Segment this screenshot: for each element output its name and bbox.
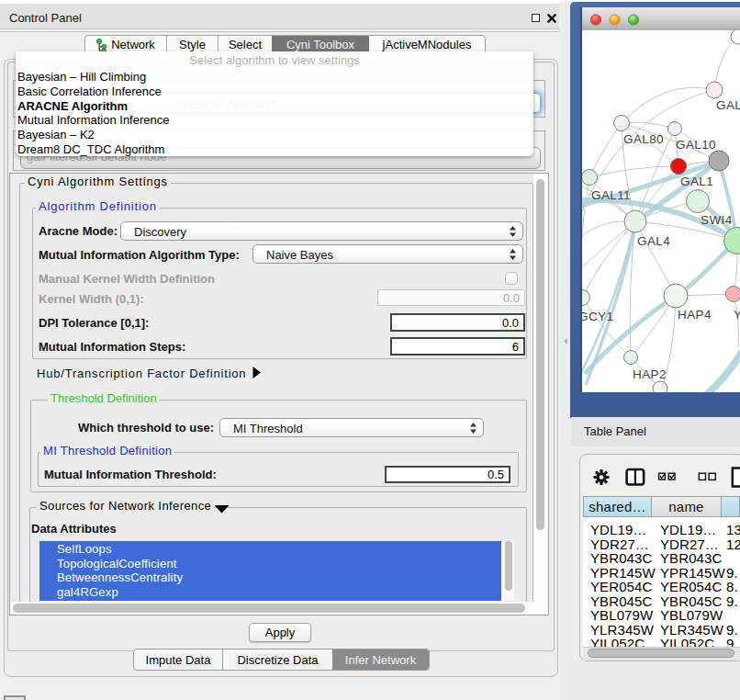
svg-text:GAL11: GAL11 [591, 188, 631, 202]
svg-text:SWI4: SWI4 [701, 213, 733, 227]
svg-text:GAL4: GAL4 [637, 234, 670, 248]
svg-text:HAP2: HAP2 [633, 367, 667, 381]
svg-text:GAL1: GAL1 [680, 175, 713, 188]
svg-text:GAL10: GAL10 [676, 138, 716, 152]
svg-text:HAP4: HAP4 [678, 308, 712, 322]
svg-text:GAL2: GAL2 [716, 98, 740, 112]
svg-text:YJ: YJ [734, 308, 740, 322]
svg-text:GCY1: GCY1 [582, 310, 613, 323]
svg-text:GAL80: GAL80 [623, 132, 664, 146]
